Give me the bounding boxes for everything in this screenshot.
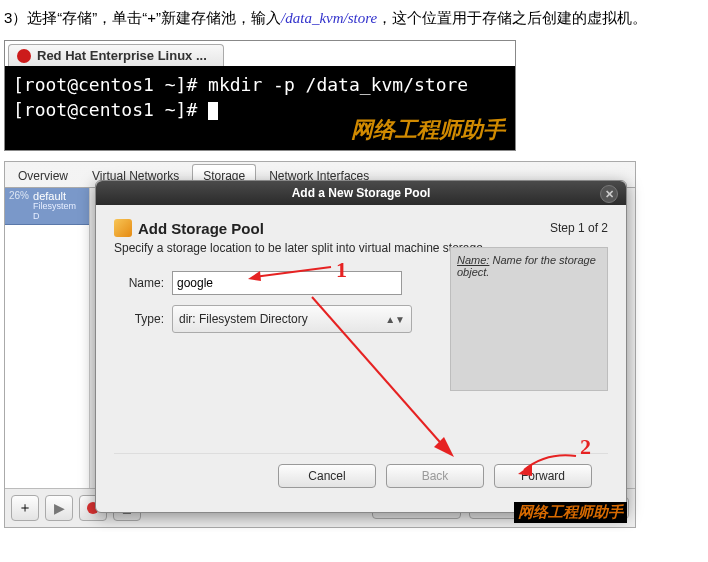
cursor-icon [208,102,218,120]
tab-overview[interactable]: Overview [7,164,79,187]
dialog-step: Step 1 of 2 [550,221,608,235]
start-pool-button[interactable]: ▶ [45,495,73,521]
storage-pool-item[interactable]: 26% default Filesystem D [5,188,89,225]
watermark: 网络工程师助手 [514,502,627,523]
instruction-text: 3）选择“存储”，单击“+”新建存储池，输入/data_kvm/store，这个… [4,4,704,32]
window-tab-bar: Red Hat Enterprise Linux ... [5,41,515,66]
dialog-title-text: Add a New Storage Pool [292,186,431,200]
forward-button[interactable]: Forward [494,464,592,488]
watermark: 网络工程师助手 [351,115,505,146]
storage-pool-icon [114,219,132,237]
add-pool-button[interactable]: ＋ [11,495,39,521]
window-tab-label: Red Hat Enterprise Linux ... [37,48,207,63]
terminal-window: Red Hat Enterprise Linux ... [root@cento… [4,40,516,151]
hint-panel: Name: Name for the storage object. [450,247,608,391]
name-label: Name: [114,276,164,290]
play-icon: ▶ [54,500,65,516]
cancel-button[interactable]: Cancel [278,464,376,488]
type-select-value: dir: Filesystem Directory [179,312,308,326]
instruction-suffix: ，这个位置用于存储之后创建的虚拟机。 [377,9,647,26]
chevron-updown-icon: ▲▼ [385,314,405,325]
dialog-titlebar: Add a New Storage Pool ✕ [96,181,626,205]
name-input[interactable] [172,271,402,295]
hint-label: Name: [457,254,489,266]
instruction-path: /data_kvm/store [281,10,377,26]
virt-manager-window: Overview Virtual Networks Storage Networ… [4,161,636,528]
dialog-buttons: Cancel Back Forward [114,453,608,502]
main-pane: 26% default Filesystem D Add a New Stora… [5,187,635,488]
add-storage-pool-dialog: Add a New Storage Pool ✕ Add Storage Poo… [95,180,627,513]
redhat-icon [17,49,31,63]
dialog-body: Add Storage Pool Step 1 of 2 Specify a s… [96,205,626,512]
back-button: Back [386,464,484,488]
pool-usage-percent: 26% [9,190,29,201]
window-tab[interactable]: Red Hat Enterprise Linux ... [8,44,224,66]
terminal[interactable]: [root@centos1 ~]# mkdir -p /data_kvm/sto… [5,66,515,150]
type-select[interactable]: dir: Filesystem Directory ▲▼ [172,305,412,333]
storage-pool-sidebar: 26% default Filesystem D [5,188,90,488]
dialog-header-text: Add Storage Pool [138,220,264,237]
terminal-line: [root@centos1 ~]# mkdir -p /data_kvm/sto… [13,72,507,97]
plus-icon: ＋ [18,499,32,517]
type-label: Type: [114,312,164,326]
close-icon[interactable]: ✕ [600,185,618,203]
instruction-prefix: 3）选择“存储”，单击“+”新建存储池，输入 [4,9,281,26]
pool-type-sub: Filesystem D [33,202,85,222]
dialog-header: Add Storage Pool [114,219,264,237]
